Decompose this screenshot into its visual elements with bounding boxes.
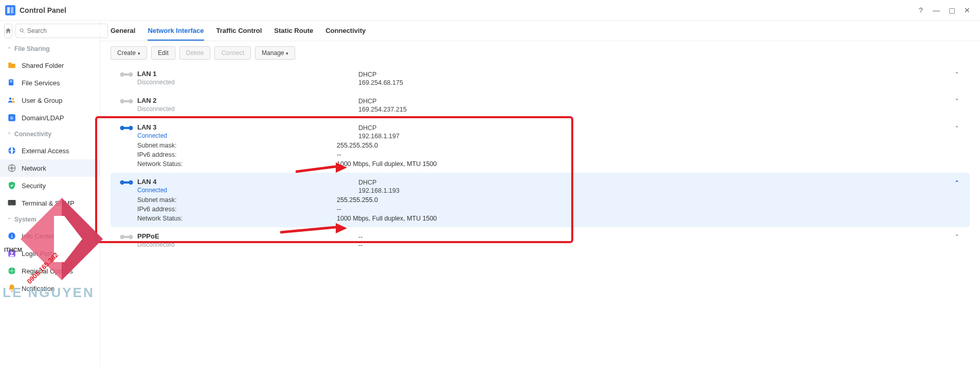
link-icon [116, 232, 137, 241]
expand-toggle[interactable] [949, 178, 965, 184]
svg-rect-32 [122, 100, 131, 102]
link-icon [116, 70, 137, 78]
svg-point-26 [11, 290, 13, 292]
interface-mode: -- [358, 233, 949, 241]
section-system[interactable]: ⌃ System [0, 212, 100, 227]
netstat-label: Network Status: [116, 160, 337, 168]
svg-rect-35 [122, 127, 131, 129]
sidebar-item-regional-options[interactable]: Regional Options [0, 262, 100, 280]
section-connectivity[interactable]: ⌃ Connectivity [0, 126, 100, 142]
interface-status: Disconnected [137, 79, 358, 86]
interface-mode: DHCP [358, 98, 949, 105]
home-button[interactable] [4, 24, 12, 38]
ipv6-label: IPv6 address: [116, 206, 337, 213]
manage-button[interactable]: Manage▾ [255, 46, 295, 60]
sidebar: ⌃ File Sharing Shared Folder File Servic… [0, 21, 100, 367]
interface-row-lan3[interactable]: LAN 3 Connected DHCP 192.168.1.197 Subne… [111, 118, 970, 173]
sidebar-item-external-access[interactable]: External Access [0, 142, 100, 159]
subnet-label: Subnet mask: [116, 142, 337, 149]
search-input[interactable] [27, 27, 104, 34]
sidebar-item-terminal-snmp[interactable]: >_ Terminal & SNMP [0, 194, 100, 212]
tab-traffic-control[interactable]: Traffic Control [216, 27, 262, 41]
link-icon [116, 178, 137, 186]
svg-point-3 [20, 29, 23, 32]
interface-row-pppoe[interactable]: PPPoE Disconnected -- -- [111, 227, 970, 254]
interface-mode: DHCP [358, 71, 949, 78]
subnet-label: Subnet mask: [116, 196, 337, 204]
link-icon [116, 123, 137, 132]
login-portal-icon [7, 249, 16, 258]
maximize-button[interactable]: ▢ [944, 3, 959, 18]
chevron-up-icon [954, 178, 960, 184]
domain-icon: D [7, 113, 16, 122]
expand-toggle[interactable] [949, 232, 965, 238]
section-label: File Sharing [14, 45, 50, 52]
chevron-up-icon: ⌃ [7, 132, 11, 137]
terminal-icon: >_ [7, 198, 16, 208]
section-file-sharing[interactable]: ⌃ File Sharing [0, 41, 100, 57]
create-button[interactable]: Create▾ [111, 46, 147, 60]
search-box[interactable] [15, 24, 108, 38]
subnet-value: 255.255.255.0 [337, 142, 965, 149]
svg-rect-5 [9, 79, 13, 85]
netstat-value: 1000 Mbps, Full duplex, MTU 1500 [337, 215, 965, 222]
sidebar-item-domain-ldap[interactable]: D Domain/LDAP [0, 109, 100, 126]
tab-static-route[interactable]: Static Route [274, 27, 313, 41]
network-icon [7, 163, 16, 173]
interface-row-lan1[interactable]: LAN 1 Disconnected DHCP 169.254.68.175 [111, 65, 970, 91]
interface-ip: -- [358, 242, 949, 249]
svg-text:>_: >_ [10, 201, 14, 205]
help-button[interactable]: ? [913, 3, 929, 18]
sidebar-item-login-portal[interactable]: Login Portal [0, 245, 100, 262]
svg-rect-0 [5, 5, 15, 15]
tab-connectivity[interactable]: Connectivity [325, 27, 366, 41]
sidebar-item-network[interactable]: Network [0, 159, 100, 177]
interface-name: LAN 3 [137, 123, 358, 131]
section-label: System [14, 216, 37, 223]
link-icon [116, 97, 137, 105]
interface-status: Disconnected [137, 241, 358, 248]
sidebar-item-notification[interactable]: Notification [0, 280, 100, 297]
svg-rect-1 [7, 7, 10, 13]
tab-network-interface[interactable]: Network Interface [148, 27, 204, 41]
shield-icon [7, 181, 16, 190]
interface-name: PPPoE [137, 232, 358, 240]
interface-ip: 169.254.237.215 [358, 106, 949, 113]
interface-row-lan2[interactable]: LAN 2 Disconnected DHCP 169.254.237.215 [111, 91, 970, 118]
netstat-value: 1000 Mbps, Full duplex, MTU 1500 [337, 160, 965, 168]
regional-icon [7, 266, 16, 276]
expand-toggle[interactable] [949, 123, 965, 130]
section-label: Connectivity [14, 131, 51, 138]
svg-point-14 [11, 167, 13, 170]
folder-icon [7, 61, 16, 70]
connect-button: Connect [214, 46, 251, 60]
interface-mode: DHCP [358, 179, 949, 186]
ipv6-label: IPv6 address: [116, 151, 337, 158]
expand-toggle[interactable] [949, 70, 965, 76]
bell-icon [7, 284, 16, 293]
svg-rect-2 [11, 7, 13, 13]
sidebar-item-shared-folder[interactable]: Shared Folder [0, 57, 100, 74]
interface-list: LAN 1 Disconnected DHCP 169.254.68.175 [100, 65, 980, 254]
sidebar-item-info-center[interactable]: i Info Center [0, 227, 100, 245]
svg-text:D: D [10, 116, 13, 120]
expand-toggle[interactable] [949, 97, 965, 103]
interface-row-lan4[interactable]: LAN 4 Connected DHCP 192.168.1.193 Subne… [111, 173, 970, 227]
interface-name: LAN 1 [137, 70, 358, 78]
chevron-up-icon [954, 123, 960, 130]
sidebar-item-user-group[interactable]: User & Group [0, 91, 100, 109]
ipv6-value: -- [337, 206, 965, 213]
minimize-button[interactable]: — [929, 3, 944, 18]
svg-rect-6 [10, 81, 12, 81]
interface-mode: DHCP [358, 124, 949, 132]
tab-general[interactable]: General [111, 27, 135, 41]
interface-status: Connected [137, 132, 358, 139]
sidebar-item-file-services[interactable]: File Services [0, 74, 100, 91]
svg-rect-41 [122, 236, 131, 238]
edit-button[interactable]: Edit [151, 46, 175, 60]
interface-status: Disconnected [137, 105, 358, 113]
close-button[interactable]: ✕ [959, 3, 975, 18]
interface-status: Connected [137, 187, 358, 194]
svg-point-8 [9, 98, 12, 100]
sidebar-item-security[interactable]: Security [0, 177, 100, 194]
